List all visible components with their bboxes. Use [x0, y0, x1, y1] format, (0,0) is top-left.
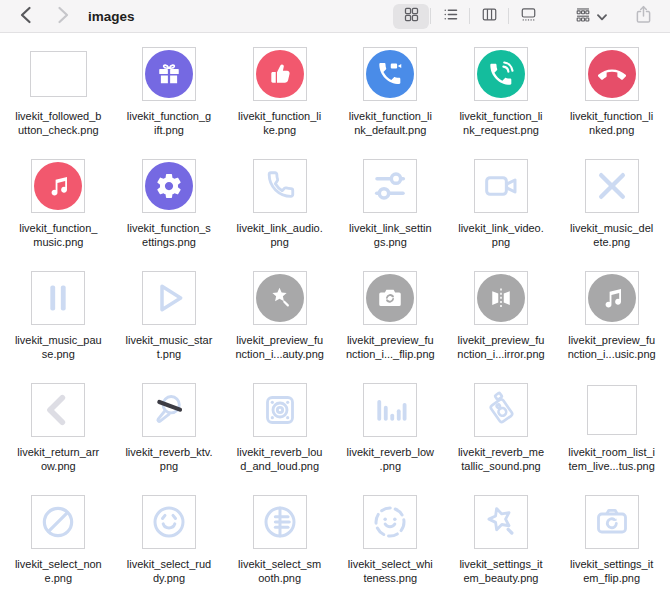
file-name-line1: livekit_music_del — [570, 222, 653, 236]
file-name-line2: ke.png — [238, 124, 321, 138]
file-name-line2: em_beauty.png — [459, 572, 542, 586]
file-item[interactable]: livekit_room_list_i tem_live...tus.png — [556, 378, 667, 490]
file-item[interactable]: livekit_link_video. png — [446, 154, 557, 266]
file-name-line2: utton_check.png — [15, 124, 101, 138]
file-item[interactable]: livekit_link_settin gs.png — [335, 154, 446, 266]
forward-button[interactable] — [50, 4, 76, 28]
file-name-line2: nk_default.png — [349, 124, 432, 138]
file-name-line1: livekit_function_g — [127, 110, 211, 124]
file-name-line1: livekit_followed_b — [15, 110, 101, 124]
file-item[interactable]: livekit_settings_it em_beauty.png — [446, 490, 557, 602]
file-item[interactable]: livekit_function_ music.png — [3, 154, 114, 266]
file-name-line1: livekit_preview_fu — [346, 334, 435, 348]
file-thumbnail — [585, 47, 639, 101]
file-thumbnail — [363, 47, 417, 101]
grid-view-button[interactable] — [393, 4, 429, 29]
file-item[interactable]: livekit_select_non e.png — [3, 490, 114, 602]
file-item[interactable]: livekit_function_li nk_default.png — [335, 42, 446, 154]
share-button[interactable] — [629, 4, 658, 29]
file-name-line2: nction_i...auty.png — [235, 348, 323, 362]
file-name-line1: livekit_function_li — [459, 110, 542, 124]
file-item[interactable]: livekit_preview_fu nction_i...auty.png — [224, 266, 335, 378]
view-switcher — [393, 4, 546, 29]
file-item[interactable]: livekit_music_del ete.png — [556, 154, 667, 266]
file-item[interactable]: livekit_link_audio. png — [224, 154, 335, 266]
list-view-icon — [442, 6, 459, 26]
file-thumbnail — [474, 383, 528, 437]
file-item[interactable]: livekit_function_g ift.png — [114, 42, 225, 154]
file-item[interactable]: livekit_return_arr ow.png — [3, 378, 114, 490]
file-item[interactable]: livekit_reverb_ktv. png — [114, 378, 225, 490]
file-name-line1: livekit_settings_it — [459, 558, 542, 572]
file-name-line1: livekit_function_ — [19, 222, 97, 236]
file-thumbnail — [253, 159, 307, 213]
file-name-line1: livekit_preview_fu — [457, 334, 544, 348]
file-name-line1: livekit_select_sm — [238, 558, 321, 572]
window-title: images — [88, 9, 135, 24]
columns-view-button[interactable] — [471, 4, 507, 29]
file-item[interactable]: livekit_music_star t.png — [114, 266, 225, 378]
share-icon — [635, 5, 652, 27]
file-item[interactable]: livekit_reverb_low .png — [335, 378, 446, 490]
file-thumbnail — [585, 271, 639, 325]
toolbar: images — [0, 0, 670, 33]
file-item[interactable]: livekit_function_li ke.png — [224, 42, 335, 154]
file-name-line2: ow.png — [17, 460, 99, 474]
file-name-line1: livekit_preview_fu — [235, 334, 323, 348]
file-item[interactable]: livekit_reverb_lou d_and_loud.png — [224, 378, 335, 490]
file-thumbnail — [253, 383, 307, 437]
file-thumbnail — [585, 495, 639, 549]
file-thumbnail — [585, 159, 639, 213]
file-thumbnail — [363, 271, 417, 325]
file-thumbnail — [142, 383, 196, 437]
back-button[interactable] — [12, 4, 38, 28]
file-name-line1: livekit_select_whi — [348, 558, 433, 572]
file-item[interactable]: livekit_settings_it em_flip.png — [556, 490, 667, 602]
file-thumbnail — [587, 385, 637, 435]
file-thumbnail — [363, 495, 417, 549]
file-item[interactable]: livekit_select_rud dy.png — [114, 490, 225, 602]
file-name-line2: png — [458, 236, 544, 250]
file-item[interactable]: livekit_preview_fu nction_i..._flip.png — [335, 266, 446, 378]
file-thumbnail — [31, 383, 85, 437]
file-item[interactable]: livekit_select_whi teness.png — [335, 490, 446, 602]
file-name-line2: ooth.png — [238, 572, 321, 586]
file-item[interactable]: livekit_preview_fu nction_i...usic.png — [556, 266, 667, 378]
file-item[interactable]: livekit_function_li nk_request.png — [446, 42, 557, 154]
file-name-line1: livekit_reverb_ktv. — [125, 446, 212, 460]
file-name-line1: livekit_reverb_lou — [237, 446, 323, 460]
file-thumbnail — [363, 383, 417, 437]
file-name-line2: nction_i...irror.png — [457, 348, 544, 362]
file-item[interactable]: livekit_select_sm ooth.png — [224, 490, 335, 602]
file-thumbnail — [474, 159, 528, 213]
chevron-down-icon — [597, 9, 607, 24]
file-name-line1: livekit_return_arr — [17, 446, 99, 460]
file-name-line2: tem_live...tus.png — [568, 460, 655, 474]
file-item[interactable]: livekit_preview_fu nction_i...irror.png — [446, 266, 557, 378]
chevron-right-icon — [57, 6, 70, 27]
file-name-line2: nction_i...usic.png — [568, 348, 656, 362]
file-thumbnail — [363, 159, 417, 213]
group-by-button[interactable] — [568, 4, 613, 29]
file-name-line1: livekit_settings_it — [570, 558, 653, 572]
file-thumbnail — [142, 271, 196, 325]
file-name-line2: gs.png — [349, 236, 432, 250]
file-grid: livekit_followed_b utton_check.png livek… — [0, 33, 670, 602]
file-item[interactable]: livekit_reverb_me tallic_sound.png — [446, 378, 557, 490]
file-item[interactable]: livekit_music_pau se.png — [3, 266, 114, 378]
file-name-line1: livekit_room_list_i — [568, 446, 655, 460]
file-thumbnail — [142, 159, 196, 213]
file-name-line2: .png — [347, 460, 434, 474]
file-item[interactable]: livekit_function_li nked.png — [556, 42, 667, 154]
file-name-line1: livekit_function_li — [570, 110, 653, 124]
file-item[interactable]: livekit_function_s ettings.png — [114, 154, 225, 266]
file-name-line1: livekit_reverb_me — [458, 446, 544, 460]
file-item[interactable]: livekit_followed_b utton_check.png — [3, 42, 114, 154]
gallery-view-icon — [520, 6, 537, 26]
list-view-button[interactable] — [432, 4, 468, 29]
file-thumbnail — [253, 495, 307, 549]
file-name-line2: ete.png — [570, 236, 653, 250]
file-thumbnail — [142, 495, 196, 549]
gallery-view-button[interactable] — [510, 4, 546, 29]
file-name-line2: ift.png — [127, 124, 211, 138]
